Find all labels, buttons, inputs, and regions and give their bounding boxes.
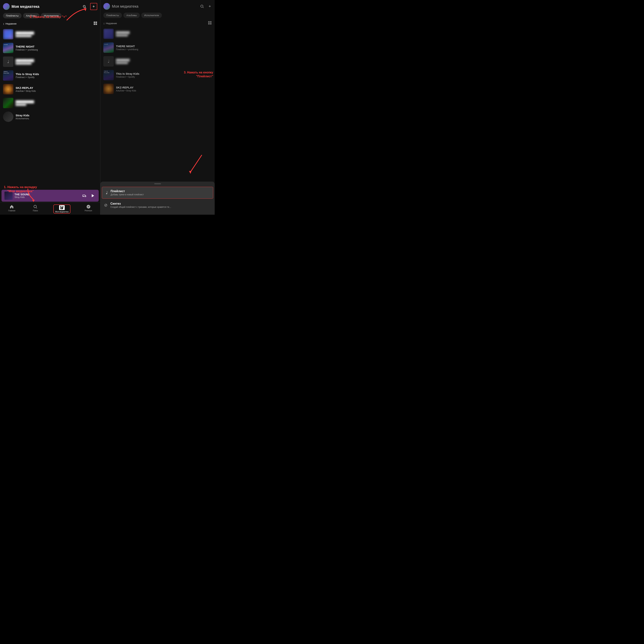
sheet-item-playlist[interactable]: ♩ Плейлист Добавь треки в новый плейлист — [102, 187, 213, 199]
item-subtitle-right-blurred2: █████████ — [116, 62, 212, 64]
tab-artists-right[interactable]: Исполнители — [141, 13, 162, 18]
item-subtitle-there-night: Плейлист • yoshibang — [16, 49, 97, 51]
header-icons: + — [82, 3, 97, 10]
item-title-right-blurred2: ████████ — [116, 59, 212, 62]
add-button-left[interactable]: + — [90, 3, 97, 10]
bottom-sheet: ♩ Плейлист Добавь треки в новый плейлист… — [100, 182, 215, 215]
tab-artists-left[interactable]: Исполнители — [41, 13, 62, 18]
item-subtitle-skz-replay: Альбом • Stray Kids — [16, 90, 97, 92]
app-container: Моя медиатека + Плейлисты Альбомы Исполн… — [0, 0, 215, 215]
item-title-stray-kids: This Is Stray Kids — [16, 72, 97, 76]
list-item-stray-kids-artist[interactable]: Stray Kids Исполнитель — [1, 110, 99, 123]
list-item-right-stray-kids[interactable]: This Is Stray Kids Плейлист • Spotify — [102, 68, 213, 82]
playlist-icon: ♩ — [106, 190, 108, 195]
svg-rect-2 — [94, 23, 95, 25]
list-item-green[interactable]: ██████████ ████████ — [1, 96, 99, 110]
tab-playlists-right[interactable]: Плейлисты — [103, 13, 122, 18]
thumb-blurred1 — [3, 29, 13, 39]
sheet-synthesis-title: Синтез — [110, 202, 211, 205]
plus-icon: + — [93, 4, 95, 9]
svg-rect-1 — [96, 22, 97, 23]
nav-item-search[interactable]: Поиск — [30, 204, 41, 214]
nav-label-home: Главная — [8, 210, 15, 212]
item-info-stray-kids-artist: Stray Kids Исполнитель — [16, 114, 97, 120]
now-playing-title: THE SOUND — [14, 193, 80, 196]
svg-point-7 — [34, 205, 36, 208]
sheet-playlist-title: Плейлист — [111, 190, 209, 193]
svg-rect-10 — [62, 206, 63, 209]
thumb-right-stray-kids — [103, 70, 114, 80]
item-title-right-blurred1: ████████ — [116, 31, 212, 34]
thumb-right-skz-replay — [103, 84, 114, 94]
svg-point-5 — [83, 196, 84, 196]
avatar[interactable] — [3, 3, 10, 10]
filter-tabs-right: Плейлисты Альбомы Исполнители — [100, 11, 215, 20]
thumb-stray-kids-artist — [3, 112, 13, 122]
tab-albums-right[interactable]: Альбомы — [123, 13, 140, 18]
svg-rect-17 — [208, 23, 210, 25]
list-item-right-blurred2[interactable]: ♩ ████████ █████████ — [102, 55, 213, 68]
svg-rect-9 — [61, 207, 62, 209]
list-item-skz-replay[interactable]: SKZ-REPLAY Альбом • Stray Kids — [1, 83, 99, 96]
sort-text-left: Недавние — [6, 22, 17, 25]
svg-rect-0 — [94, 22, 95, 23]
tab-albums-left[interactable]: Альбомы — [23, 13, 39, 18]
svg-rect-15 — [208, 21, 210, 23]
item-info-there-night: THERE NIGHT Плейлист • yoshibang — [16, 45, 97, 51]
nav-item-library[interactable]: Моя медиатека — [53, 204, 70, 214]
svg-rect-3 — [96, 23, 97, 25]
item-info-blurred2: ██████████ ████████████ — [16, 59, 97, 64]
sort-label-right[interactable]: ↕ Недавние — [103, 22, 117, 25]
right-panel: Моя медиатека + Плейлисты Альбомы Исполн… — [100, 0, 215, 215]
sheet-synthesis-subtitle: Создай общий плейлист с треками, которые… — [110, 206, 211, 208]
sort-arrow-icon-right: ↕ — [103, 22, 105, 25]
sheet-item-synthesis[interactable]: ⊘ Синтез Создай общий плейлист с треками… — [100, 199, 215, 211]
svg-point-14 — [201, 5, 203, 7]
nav-label-premium: Premium — [85, 210, 92, 212]
now-playing-controls — [82, 193, 96, 198]
svg-rect-8 — [60, 206, 61, 209]
item-title-right-skz-replay: SKZ-REPLAY — [116, 86, 212, 89]
list-item-right-skz-replay[interactable]: SKZ-REPLAY Альбом • Stray Kids — [102, 82, 213, 96]
sort-label-left[interactable]: ↕ Недавние — [3, 22, 17, 25]
play-button[interactable] — [90, 193, 96, 198]
nav-label-library: Моя медиатека — [55, 211, 68, 213]
item-subtitle-right-there-night: Плейлист • yoshibang — [116, 48, 212, 51]
item-subtitle-blurred2: ████████████ — [16, 62, 97, 64]
grid-view-button-right[interactable] — [208, 21, 212, 26]
item-subtitle-right-skz-replay: Альбом • Stray Kids — [116, 89, 212, 92]
cast-button[interactable] — [82, 193, 87, 198]
thumb-right-music-note: ♩ — [103, 56, 114, 67]
item-title-blurred2: ██████████ — [16, 59, 97, 62]
item-info-skz-replay: SKZ-REPLAY Альбом • Stray Kids — [16, 86, 97, 92]
nav-item-home[interactable]: Главная — [6, 204, 17, 214]
tab-playlists-left[interactable]: Плейлисты — [3, 13, 22, 18]
list-item[interactable]: ██████████ ████████████ — [1, 28, 99, 41]
now-playing-bar[interactable]: THE SOUND Stray Kids — [1, 190, 99, 202]
search-button-left[interactable] — [82, 4, 87, 9]
sort-row-left: ↕ Недавние — [0, 20, 100, 28]
nav-item-premium[interactable]: Premium — [83, 204, 94, 214]
music-note-icon: ♩ — [7, 59, 9, 64]
list-item-blurred2[interactable]: ♩ ██████████ ████████████ — [1, 55, 99, 68]
right-header: Моя медиатека + — [100, 0, 215, 11]
grid-view-button-left[interactable] — [93, 21, 97, 26]
list-item-there-night[interactable]: THERE NIGHT Плейлист • yoshibang — [1, 41, 99, 55]
item-subtitle-green: ████████ — [16, 104, 97, 106]
sheet-playlist-subtitle: Добавь треки в новый плейлист — [111, 193, 209, 196]
thumb-there-night — [3, 43, 13, 53]
add-button-right[interactable]: + — [208, 3, 212, 9]
left-header: Моя медиатека + — [0, 0, 100, 12]
item-info-right-blurred1: ████████ █████████ — [116, 31, 212, 36]
avatar-right[interactable] — [103, 3, 110, 10]
list-item-right-there-night[interactable]: THERE NIGHT Плейлист • yoshibang — [102, 41, 213, 54]
item-info-right-skz-replay: SKZ-REPLAY Альбом • Stray Kids — [116, 86, 212, 92]
search-button-right[interactable] — [199, 4, 205, 9]
now-playing-thumb — [4, 192, 13, 200]
music-note-icon-right: ♩ — [108, 59, 109, 64]
list-item-right-blurred1[interactable]: ████████ █████████ — [102, 27, 213, 41]
sort-arrow-icon: ↕ — [3, 22, 4, 25]
list-item-stray-kids[interactable]: This Is Stray Kids Плейлист • Spotify — [1, 69, 99, 82]
item-title-there-night: THERE NIGHT — [16, 45, 97, 48]
svg-rect-16 — [210, 21, 212, 23]
